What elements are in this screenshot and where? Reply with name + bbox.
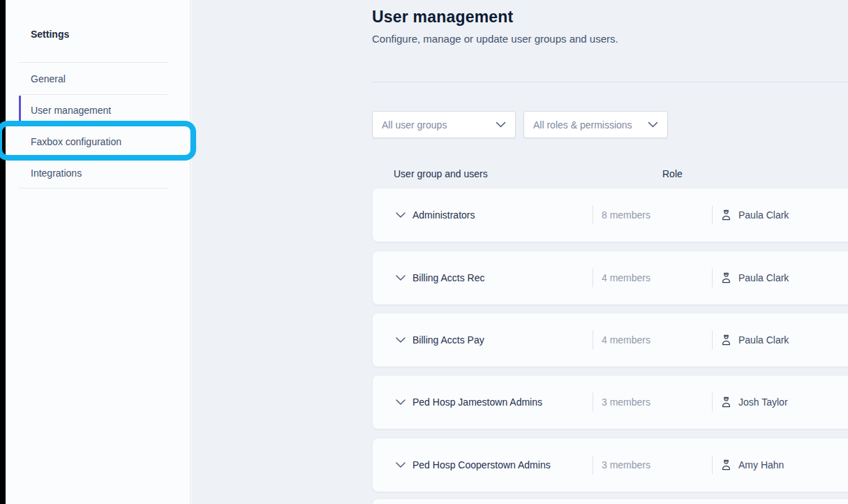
user-group-row[interactable]: Ped Hosp Jamestown Admins 3 members Josh… xyxy=(372,375,848,429)
divider xyxy=(593,269,593,288)
user-icon xyxy=(720,459,732,471)
roles-permissions-filter-value: All roles & permissions xyxy=(533,119,648,131)
group-name: Ped Hosp Cooperstown Admins xyxy=(412,459,551,470)
page-subtitle: Configure, manage or update user groups … xyxy=(372,33,618,45)
member-count: 8 members xyxy=(602,209,650,221)
user-icon xyxy=(720,272,732,284)
chevron-down-icon[interactable] xyxy=(396,275,406,281)
sidebar-item-label: Faxbox configuration xyxy=(31,136,121,147)
chevron-down-icon xyxy=(496,121,506,128)
left-edge-strip xyxy=(0,0,6,504)
divider xyxy=(593,456,593,475)
sidebar-divider xyxy=(19,188,168,188)
role-user-name: Paula Clark xyxy=(738,272,789,283)
user-group-row-partial[interactable] xyxy=(372,498,848,504)
user-icon xyxy=(720,334,732,346)
sidebar-item-integrations[interactable]: Integrations xyxy=(6,157,191,188)
role-user-name: Paula Clark xyxy=(738,209,789,221)
member-count: 3 members xyxy=(602,396,650,408)
divider xyxy=(712,393,713,412)
page-title: User management xyxy=(372,8,513,27)
group-name: Administrators xyxy=(412,209,475,221)
sidebar-title: Settings xyxy=(31,29,69,40)
divider xyxy=(593,393,593,412)
active-item-indicator xyxy=(19,96,21,125)
group-name: Billing Accts Rec xyxy=(412,272,484,283)
chevron-down-icon[interactable] xyxy=(396,337,406,343)
user-group-row[interactable]: Administrators 8 members Paula Clark xyxy=(372,188,848,242)
header-divider xyxy=(372,82,848,82)
chevron-down-icon[interactable] xyxy=(396,462,406,468)
group-name: Billing Accts Pay xyxy=(412,334,484,346)
user-group-row[interactable]: Billing Accts Rec 4 members Paula Clark xyxy=(372,251,848,305)
divider xyxy=(712,331,713,350)
divider xyxy=(593,331,593,350)
member-count: 4 members xyxy=(602,334,650,346)
member-count: 3 members xyxy=(602,459,650,470)
user-group-row[interactable]: Ped Hosp Cooperstown Admins 3 members Am… xyxy=(372,438,848,492)
member-count: 4 members xyxy=(602,272,650,283)
column-header-user-group: User group and users xyxy=(394,168,488,179)
divider xyxy=(712,206,713,225)
divider xyxy=(593,206,593,225)
divider xyxy=(712,269,713,288)
sidebar-item-general[interactable]: General xyxy=(6,63,191,94)
chevron-down-icon[interactable] xyxy=(396,212,406,218)
user-groups-filter-dropdown[interactable]: All user groups xyxy=(372,111,516,138)
sidebar-item-label: User management xyxy=(31,105,111,116)
chevron-down-icon[interactable] xyxy=(396,399,406,405)
chevron-down-icon xyxy=(648,121,658,128)
user-group-row[interactable]: Billing Accts Pay 4 members Paula Clark xyxy=(372,313,848,367)
divider xyxy=(712,456,713,475)
user-management-panel: User management Configure, manage or upd… xyxy=(191,0,848,504)
sidebar-item-user-management[interactable]: User management xyxy=(6,94,191,126)
column-header-role: Role xyxy=(662,168,683,179)
user-groups-filter-value: All user groups xyxy=(382,119,496,131)
roles-permissions-filter-dropdown[interactable]: All roles & permissions xyxy=(523,111,668,138)
user-icon xyxy=(720,209,732,221)
user-icon xyxy=(720,396,732,408)
group-name: Ped Hosp Jamestown Admins xyxy=(412,396,542,408)
role-user-name: Josh Taylor xyxy=(738,396,788,408)
sidebar-item-label: Integrations xyxy=(31,168,82,179)
role-user-name: Amy Hahn xyxy=(738,459,784,470)
sidebar-item-label: General xyxy=(31,73,66,84)
sidebar-item-faxbox-configuration[interactable]: Faxbox configuration xyxy=(6,126,191,157)
role-user-name: Paula Clark xyxy=(738,334,789,346)
settings-sidebar: Settings General User management Faxbox … xyxy=(6,0,191,504)
